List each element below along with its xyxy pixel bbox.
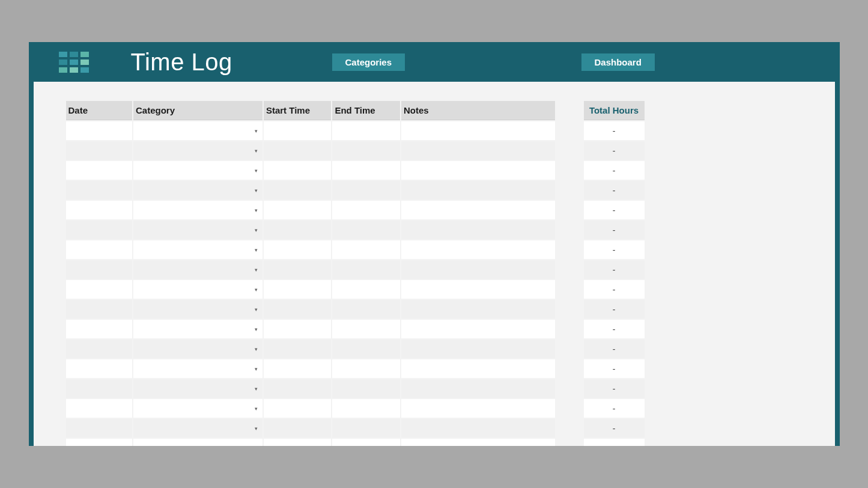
cell-notes[interactable]: [401, 201, 555, 219]
cell-notes[interactable]: [401, 280, 555, 299]
dashboard-button[interactable]: Dashboard: [581, 53, 655, 71]
cell-notes[interactable]: [401, 300, 555, 319]
cell-start-time[interactable]: [264, 221, 331, 239]
cell-notes[interactable]: [401, 141, 555, 160]
cell-end-time[interactable]: [332, 419, 399, 438]
cell-date[interactable]: [66, 300, 132, 319]
cell-category[interactable]: ▾: [133, 221, 263, 239]
cell-start-time[interactable]: [264, 260, 331, 279]
cell-end-time[interactable]: [332, 260, 399, 279]
cell-end-time[interactable]: [332, 161, 399, 180]
cell-date[interactable]: [66, 260, 132, 279]
cell-date[interactable]: [66, 320, 132, 338]
dropdown-caret-icon[interactable]: ▾: [255, 386, 258, 392]
cell-start-time[interactable]: [264, 240, 331, 259]
dropdown-caret-icon[interactable]: ▾: [255, 168, 258, 174]
dropdown-caret-icon[interactable]: ▾: [255, 366, 258, 372]
cell-end-time[interactable]: [332, 201, 399, 219]
cell-start-time[interactable]: [264, 359, 331, 378]
cell-category[interactable]: ▾: [133, 379, 263, 398]
cell-notes[interactable]: [401, 221, 555, 239]
cell-end-time[interactable]: [332, 399, 399, 418]
cell-date[interactable]: [66, 121, 132, 140]
cell-category[interactable]: ▾: [133, 201, 263, 219]
dropdown-caret-icon[interactable]: ▾: [255, 425, 258, 432]
cell-start-time[interactable]: [264, 280, 331, 299]
cell-category[interactable]: ▾: [133, 280, 263, 299]
cell-start-time[interactable]: [264, 141, 331, 160]
categories-button[interactable]: Categories: [332, 53, 405, 71]
cell-end-time[interactable]: [332, 300, 399, 319]
cell-category[interactable]: ▾: [133, 439, 263, 446]
cell-category[interactable]: ▾: [133, 320, 263, 338]
cell-date[interactable]: [66, 419, 132, 438]
cell-end-time[interactable]: [332, 181, 399, 200]
cell-start-time[interactable]: [264, 340, 331, 358]
cell-start-time[interactable]: [264, 300, 331, 319]
cell-notes[interactable]: [401, 240, 555, 259]
cell-category[interactable]: ▾: [133, 260, 263, 279]
cell-date[interactable]: [66, 280, 132, 299]
cell-start-time[interactable]: [264, 181, 331, 200]
cell-start-time[interactable]: [264, 399, 331, 418]
dropdown-caret-icon[interactable]: ▾: [255, 307, 258, 313]
cell-category[interactable]: ▾: [133, 399, 263, 418]
cell-notes[interactable]: [401, 359, 555, 378]
cell-end-time[interactable]: [332, 141, 399, 160]
cell-date[interactable]: [66, 161, 132, 180]
cell-date[interactable]: [66, 340, 132, 358]
cell-date[interactable]: [66, 240, 132, 259]
cell-category[interactable]: ▾: [133, 161, 263, 180]
cell-end-time[interactable]: [332, 240, 399, 259]
dropdown-caret-icon[interactable]: ▾: [255, 148, 258, 154]
cell-notes[interactable]: [401, 379, 555, 398]
cell-notes[interactable]: [401, 320, 555, 338]
cell-start-time[interactable]: [264, 439, 331, 446]
dropdown-caret-icon[interactable]: ▾: [255, 247, 258, 253]
cell-date[interactable]: [66, 439, 132, 446]
cell-start-time[interactable]: [264, 161, 331, 180]
cell-date[interactable]: [66, 359, 132, 378]
cell-notes[interactable]: [401, 260, 555, 279]
cell-end-time[interactable]: [332, 359, 399, 378]
cell-end-time[interactable]: [332, 280, 399, 299]
dropdown-caret-icon[interactable]: ▾: [255, 406, 258, 412]
cell-notes[interactable]: [401, 340, 555, 358]
cell-notes[interactable]: [401, 121, 555, 140]
dropdown-caret-icon[interactable]: ▾: [255, 128, 258, 134]
cell-notes[interactable]: [401, 439, 555, 446]
cell-category[interactable]: ▾: [133, 340, 263, 358]
cell-date[interactable]: [66, 221, 132, 239]
cell-end-time[interactable]: [332, 221, 399, 239]
cell-start-time[interactable]: [264, 320, 331, 338]
cell-start-time[interactable]: [264, 121, 331, 140]
cell-category[interactable]: ▾: [133, 359, 263, 378]
cell-date[interactable]: [66, 379, 132, 398]
cell-category[interactable]: ▾: [133, 419, 263, 438]
cell-category[interactable]: ▾: [133, 121, 263, 140]
dropdown-caret-icon[interactable]: ▾: [255, 445, 258, 447]
dropdown-caret-icon[interactable]: ▾: [255, 287, 258, 293]
dropdown-caret-icon[interactable]: ▾: [255, 346, 258, 352]
dropdown-caret-icon[interactable]: ▾: [255, 207, 258, 213]
cell-category[interactable]: ▾: [133, 181, 263, 200]
cell-notes[interactable]: [401, 399, 555, 418]
dropdown-caret-icon[interactable]: ▾: [255, 188, 258, 194]
cell-start-time[interactable]: [264, 201, 331, 219]
cell-date[interactable]: [66, 399, 132, 418]
cell-date[interactable]: [66, 181, 132, 200]
cell-category[interactable]: ▾: [133, 141, 263, 160]
cell-end-time[interactable]: [332, 320, 399, 338]
cell-date[interactable]: [66, 141, 132, 160]
cell-start-time[interactable]: [264, 419, 331, 438]
cell-category[interactable]: ▾: [133, 300, 263, 319]
cell-end-time[interactable]: [332, 340, 399, 358]
cell-notes[interactable]: [401, 181, 555, 200]
dropdown-caret-icon[interactable]: ▾: [255, 326, 258, 332]
cell-notes[interactable]: [401, 161, 555, 180]
cell-end-time[interactable]: [332, 121, 399, 140]
cell-end-time[interactable]: [332, 379, 399, 398]
dropdown-caret-icon[interactable]: ▾: [255, 267, 258, 273]
cell-start-time[interactable]: [264, 379, 331, 398]
dropdown-caret-icon[interactable]: ▾: [255, 227, 258, 233]
